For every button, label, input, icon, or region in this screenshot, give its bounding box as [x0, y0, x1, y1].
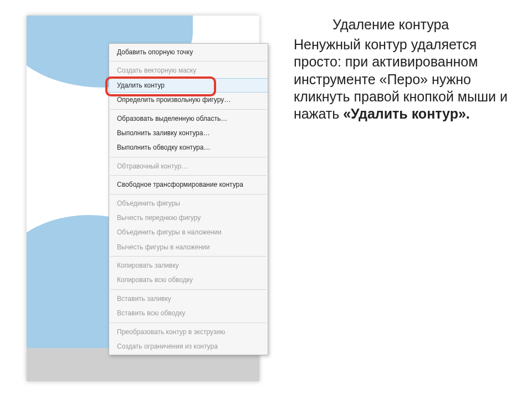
menu-separator [110, 61, 267, 62]
menu-make-selection[interactable]: Образовать выделенную область… [109, 111, 268, 126]
instruction-bold: «Удалить контур». [343, 106, 470, 121]
menu-stroke-path[interactable]: Выполнить обводку контура… [109, 140, 268, 155]
menu-separator [110, 109, 267, 110]
menu-subtract-overlap[interactable]: Вычесть фигуры в наложении [109, 240, 268, 254]
instruction-title: Удаление контура [332, 17, 515, 33]
menu-create-constraints[interactable]: Создать ограничения из контура [109, 339, 268, 354]
menu-unite-overlap[interactable]: Объединить фигуры в наложении [109, 225, 268, 239]
menu-separator [110, 289, 267, 290]
menu-add-anchor-point[interactable]: Добавить опорную точку [109, 45, 268, 59]
menu-delete-path[interactable]: Удалить контур [109, 78, 268, 93]
menu-separator [110, 194, 267, 195]
menu-subtract-front-shape[interactable]: Вычесть переднюю фигуру [109, 211, 268, 225]
menu-paste-fill[interactable]: Вставить заливку [109, 291, 268, 306]
menu-separator [110, 323, 267, 323]
menu-create-vector-mask[interactable]: Создать векторную маску [109, 63, 268, 78]
menu-free-transform-path[interactable]: Свободное трансформирование контура [109, 177, 268, 192]
instruction-body: Ненужный контур удаляется просто: при ак… [294, 36, 515, 122]
instruction-text: Удаление контура Ненужный контур удаляет… [294, 17, 515, 122]
menu-fill-path[interactable]: Выполнить заливку контура… [109, 126, 268, 140]
menu-copy-stroke[interactable]: Копировать всю обводку [109, 273, 268, 287]
menu-separator [110, 256, 267, 257]
menu-convert-to-extrusion[interactable]: Преобразовать контур в экструзию [109, 325, 268, 339]
context-menu: Добавить опорную точку Создать векторную… [109, 43, 268, 355]
menu-separator [110, 175, 267, 176]
menu-separator [110, 157, 267, 157]
menu-define-custom-shape[interactable]: Определить произвольную фигуру… [109, 93, 268, 107]
menu-paste-stroke[interactable]: Вставить всю обводку [109, 306, 268, 320]
menu-unite-shapes[interactable]: Объединить фигуры [109, 196, 268, 211]
menu-clipping-path[interactable]: Обтравочный контур… [109, 159, 268, 173]
menu-copy-fill[interactable]: Копировать заливку [109, 258, 268, 273]
